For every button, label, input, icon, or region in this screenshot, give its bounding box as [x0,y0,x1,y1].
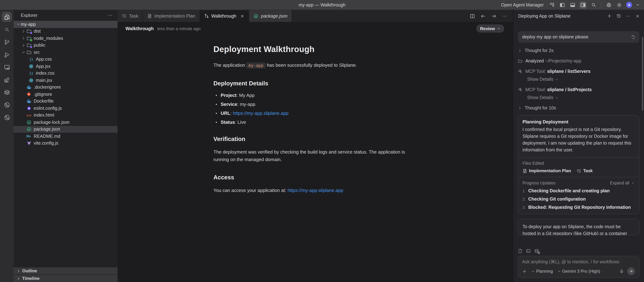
browser-icon[interactable] [605,1,612,9]
mcp-tool-row[interactable]: MCP Tool: sliplane / listProjects [518,87,639,92]
tab-package-json[interactable]: JS package.json [249,10,292,22]
document-body: Deployment Walkthrough The application m… [118,35,513,282]
detail-item-project: Project: My App [216,93,417,98]
chevron-left-icon [632,181,635,185]
git-graph-icon[interactable] [2,100,12,110]
attach-file-icon[interactable] [518,249,522,253]
open-agent-manager-button[interactable]: Open Agent Manager [501,2,544,7]
mcp-tool-row[interactable]: MCP Tool: sliplane / listServers [518,69,639,74]
new-chat-icon[interactable] [607,14,612,18]
tree-item-package-lock-json[interactable]: JSpackage-lock.json [14,119,118,126]
knowledge-icon[interactable] [534,249,539,253]
timeline-section[interactable]: Timeline [14,274,118,282]
restore-checkpoint-icon[interactable] [631,35,636,39]
search-icon[interactable] [2,25,12,35]
account-chevron-icon[interactable] [636,1,640,9]
detail-item-status: Status: Live [216,119,417,125]
agent-panel-header: Deploying App on Sliplane [513,10,644,22]
tree-item--gitignore[interactable]: .gitignore [14,91,118,98]
tree-item-readme-md[interactable]: MREADME.md [14,133,118,140]
tree-item--dockerignore[interactable]: .dockerignore [14,84,118,91]
source-control-icon[interactable] [2,37,12,47]
document-timestamp: less than a minute ago [157,26,201,31]
svg-text:</>: </> [26,114,32,117]
commit-search-icon[interactable] [2,112,12,122]
composer-box[interactable]: Planning Gemini 3 Pro (High) [518,256,639,278]
tab-task[interactable]: Task [118,10,143,22]
tree-item-dist[interactable]: dist [14,28,118,35]
composer-area: Planning Gemini 3 Pro (High) [513,246,644,282]
chat-input[interactable] [522,259,635,264]
thought-row[interactable]: Thought for 2s [518,48,639,53]
toggle-left-panel-icon[interactable] [559,1,566,9]
tree-item-node-modules[interactable]: node_modules [14,35,118,42]
account-avatar[interactable]: A [626,2,632,8]
microphone-icon[interactable] [619,269,624,273]
terminal-icon[interactable] [526,249,531,253]
tree-item-index-css[interactable]: {}index.css [14,70,118,77]
close-tab-icon[interactable] [240,14,244,18]
customize-layout-icon[interactable] [548,1,556,9]
split-editor-icon[interactable] [470,14,475,19]
run-debug-icon[interactable] [2,50,12,60]
tree-item-src[interactable]: ‹›src [14,49,118,56]
files-edited-chips: Implementation PlanTask [522,168,635,173]
settings-gear-icon[interactable] [616,1,623,9]
app-url-link[interactable]: https://my-app.sliplane.app [233,111,288,116]
tree-item-app-jsx[interactable]: App.jsx [14,63,118,70]
panel-scrollbar[interactable] [642,37,643,111]
edited-file-chip[interactable]: Implementation Plan [522,168,571,173]
analyzed-row[interactable]: Analyzed ~/Projects/my-app [518,59,639,64]
outline-section[interactable]: Outline [14,267,118,274]
progress-steps: 1Checking Dockerfile and creating plan2C… [522,188,635,210]
tab-strip: Task Implementation Plan Walkthrough JS … [118,10,513,22]
panel-more-icon[interactable] [626,14,631,19]
history-icon[interactable] [616,14,621,18]
tree-item-vite-config-js[interactable]: vite.config.js [14,140,118,147]
explorer-more-icon[interactable] [108,13,112,18]
thought-row[interactable]: Thought for 10s [518,106,639,111]
tree-item-package-json[interactable]: JSpackage.json [14,126,118,133]
docker-icon [26,99,32,104]
tree-item-dockerfile[interactable]: Dockerfile [14,98,118,105]
remote-explorer-icon[interactable] [2,62,12,72]
add-context-icon[interactable] [522,269,527,273]
tree-item-eslint-config-js[interactable]: eslint.config.js [14,105,118,112]
editor-more-icon[interactable] [502,14,507,19]
app-url-link[interactable]: https://my-app.sliplane.app [288,188,343,193]
containers-icon[interactable] [2,87,12,97]
toggle-bottom-panel-icon[interactable] [569,1,576,9]
tree-item-my-app[interactable]: my-app [14,21,118,28]
app-window: my-app — Walkthrough Open Agent Manager … [0,0,644,282]
mode-selector[interactable]: Planning [532,269,553,274]
expand-all-button[interactable]: Expand all [610,181,635,185]
hammer-icon [518,69,522,74]
navigate-forward-icon[interactable] [491,14,496,19]
search-icon[interactable] [590,1,597,9]
close-panel-icon[interactable] [636,14,640,18]
svg-text:JS: JS [254,15,257,18]
extensions-icon[interactable] [2,75,12,85]
chat-scroll-area[interactable]: deploy my app on sliplane please Thought… [513,22,644,246]
doc-file-icon [522,168,527,173]
send-button[interactable] [627,267,635,275]
tree-item-app-css[interactable]: {}App.css [14,56,118,63]
checklist-icon [122,14,126,18]
tree-item-index-html[interactable]: </>index.html [14,112,118,119]
show-details-toggle[interactable]: Show Details [527,77,639,82]
verification-text: The deployment was verified by checking … [214,148,414,163]
navigate-back-icon[interactable] [480,14,486,19]
tab-implementation-plan[interactable]: Implementation Plan [143,10,200,22]
tab-walkthrough[interactable]: Walkthrough [200,10,249,22]
tree-item-main-jsx[interactable]: main.jsx [14,77,118,84]
chevron-down-icon [555,78,558,81]
explorer-icon[interactable] [2,12,12,22]
tree-item-public[interactable]: public [14,42,118,49]
toggle-right-panel-icon[interactable] [580,1,587,9]
show-details-toggle[interactable]: Show Details [527,95,639,100]
model-selector[interactable]: Gemini 3 Pro (High) [558,269,600,274]
review-button[interactable]: Review [476,25,504,33]
edited-file-chip[interactable]: Task [577,168,593,173]
chevron-right-icon [518,49,522,53]
agent-session-title: Deploying App on Sliplane [518,14,570,19]
